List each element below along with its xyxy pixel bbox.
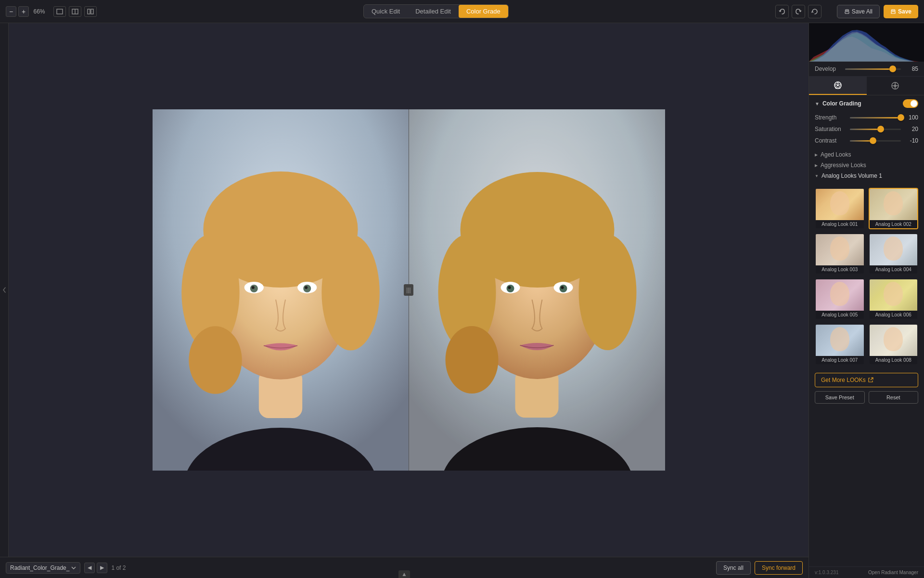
open-radiant-manager-link[interactable]: Open Radiant Manager bbox=[868, 570, 918, 575]
save-preset-button[interactable]: Save Preset bbox=[815, 391, 865, 404]
get-more-looks-button[interactable]: Get More LOOKs bbox=[815, 373, 918, 387]
action-buttons: Save All Save bbox=[837, 5, 918, 18]
version-text: v:1.0.3.231 bbox=[815, 570, 838, 575]
triangle-icon: ▶ bbox=[815, 153, 818, 157]
develop-value: 85 bbox=[905, 66, 918, 72]
look-item-8[interactable]: Analog Look 008 bbox=[869, 324, 919, 365]
section-collapse-icon: ▼ bbox=[815, 101, 820, 106]
look-thumbnail-7 bbox=[816, 325, 864, 356]
looks-categories: ▶ Aged Looks ▶ Aggressive Looks ▼ Analog… bbox=[809, 146, 924, 184]
undo-button[interactable] bbox=[775, 5, 789, 18]
zoom-level: 66% bbox=[31, 8, 48, 15]
saturation-label: Saturation bbox=[815, 126, 846, 132]
left-panel-toggle[interactable] bbox=[0, 23, 9, 557]
contrast-value: -10 bbox=[905, 137, 918, 144]
category-analog[interactable]: ▼ Analog Looks Volume 1 bbox=[815, 171, 918, 181]
preset-selector[interactable]: Radiant_Color_Grade_ bbox=[6, 562, 80, 574]
section-title: Color Grading bbox=[822, 100, 900, 107]
redo-button[interactable] bbox=[792, 5, 805, 18]
refresh-button[interactable] bbox=[808, 5, 821, 18]
preset-actions: Save Preset Reset bbox=[809, 391, 924, 407]
icon-tab-looks[interactable] bbox=[809, 77, 867, 95]
triangle-icon: ▶ bbox=[815, 163, 818, 168]
histogram bbox=[809, 23, 924, 62]
canvas-wrapper: ||| Radiant_Color_Grade_ ◀ ▶ 1 of 2 ▲ Sy… bbox=[0, 23, 808, 578]
look-label-4: Analog Look 004 bbox=[870, 265, 918, 274]
look-label-3: Analog Look 003 bbox=[816, 265, 864, 274]
edit-tabs: Quick Edit Detailed Edit Color Grade bbox=[363, 4, 509, 18]
saturation-slider[interactable] bbox=[850, 129, 901, 130]
look-item-2[interactable]: Analog Look 002 Analog Look 002 bbox=[869, 188, 919, 229]
strength-slider[interactable] bbox=[850, 117, 901, 118]
looks-grid: Analog Look 001 Analog Look 002 Analog L… bbox=[809, 184, 924, 369]
look-item-1[interactable]: Analog Look 001 bbox=[815, 188, 865, 229]
look-item-5[interactable]: Analog Look 005 bbox=[815, 278, 865, 320]
look-thumbnail-8 bbox=[870, 325, 918, 356]
zoom-in-button[interactable]: + bbox=[18, 6, 29, 17]
bottom-bar: Radiant_Color_Grade_ ◀ ▶ 1 of 2 ▲ Sync a… bbox=[0, 557, 808, 578]
saturation-row: Saturation 20 bbox=[809, 123, 924, 135]
view-icons bbox=[53, 6, 97, 17]
reset-button[interactable]: Reset bbox=[869, 391, 919, 404]
external-link-icon bbox=[868, 377, 873, 383]
tab-color-grade[interactable]: Color Grade bbox=[459, 5, 508, 18]
contrast-slider[interactable] bbox=[850, 140, 901, 142]
save-button[interactable]: Save bbox=[884, 5, 918, 18]
collapse-bottom-button[interactable]: ▲ bbox=[398, 570, 410, 578]
split-handle[interactable]: ||| bbox=[404, 284, 413, 296]
sync-all-button[interactable]: Sync all bbox=[716, 561, 751, 575]
tab-quick-edit[interactable]: Quick Edit bbox=[364, 5, 408, 18]
view-split-icon[interactable] bbox=[69, 6, 81, 17]
strength-label: Strength bbox=[815, 114, 846, 121]
develop-slider[interactable] bbox=[845, 68, 901, 70]
page-info: 1 of 2 bbox=[111, 565, 126, 571]
image-after bbox=[409, 109, 665, 471]
image-before bbox=[153, 109, 409, 471]
look-thumbnail-1 bbox=[816, 189, 864, 220]
look-label-6: Analog Look 006 bbox=[870, 311, 918, 319]
look-label-1: Analog Look 001 bbox=[816, 220, 864, 228]
look-item-3[interactable]: Analog Look 003 bbox=[815, 233, 865, 275]
svg-point-30 bbox=[508, 286, 511, 289]
strength-row: Strength 100 bbox=[809, 112, 924, 123]
look-item-6[interactable]: Analog Look 006 bbox=[869, 278, 919, 320]
view-compare-icon[interactable] bbox=[84, 6, 97, 17]
contrast-row: Contrast -10 bbox=[809, 135, 924, 146]
save-all-button[interactable]: Save All bbox=[837, 5, 880, 18]
category-aggressive[interactable]: ▶ Aggressive Looks bbox=[815, 160, 918, 171]
color-grading-toggle[interactable] bbox=[903, 99, 918, 108]
zoom-out-button[interactable]: − bbox=[6, 6, 16, 17]
nav-next-button[interactable]: ▶ bbox=[97, 563, 107, 573]
look-label-5: Analog Look 005 bbox=[816, 311, 864, 319]
color-grading-header[interactable]: ▼ Color Grading bbox=[809, 95, 924, 112]
tab-detailed-edit[interactable]: Detailed Edit bbox=[408, 5, 459, 18]
svg-rect-4 bbox=[91, 9, 93, 14]
look-item-4[interactable]: Analog Look 004 bbox=[869, 233, 919, 275]
icon-tab-adjust[interactable] bbox=[867, 77, 924, 95]
look-item-7[interactable]: Analog Look 007 bbox=[815, 324, 865, 365]
svg-point-26 bbox=[578, 235, 636, 350]
version-row: v:1.0.3.231 Open Radiant Manager bbox=[809, 566, 924, 578]
look-thumbnail-6 bbox=[870, 279, 918, 311]
icon-tabs bbox=[809, 77, 924, 95]
svg-point-36 bbox=[837, 84, 839, 86]
look-thumbnail-5 bbox=[816, 279, 864, 311]
sync-forward-button[interactable]: Sync forward bbox=[755, 561, 803, 575]
svg-rect-0 bbox=[57, 9, 63, 14]
svg-line-42 bbox=[871, 378, 873, 380]
look-thumbnail-3 bbox=[816, 234, 864, 265]
develop-row: Develop 85 bbox=[809, 62, 924, 77]
top-toolbar: − + 66% Quick Edit Detailed Edit Color G… bbox=[0, 0, 924, 23]
category-aged[interactable]: ▶ Aged Looks bbox=[815, 149, 918, 160]
strength-value: 100 bbox=[905, 114, 918, 121]
image-container: ||| bbox=[153, 109, 665, 471]
triangle-down-icon: ▼ bbox=[815, 174, 819, 178]
svg-point-18 bbox=[305, 286, 308, 289]
canvas-main: ||| bbox=[0, 23, 808, 557]
view-single-icon[interactable] bbox=[53, 6, 66, 17]
look-label-2: Analog Look 002 bbox=[870, 220, 918, 228]
look-label-8: Analog Look 008 bbox=[870, 356, 918, 364]
svg-point-11 bbox=[321, 235, 379, 351]
undo-redo-controls bbox=[775, 5, 821, 18]
nav-prev-button[interactable]: ◀ bbox=[84, 563, 95, 573]
